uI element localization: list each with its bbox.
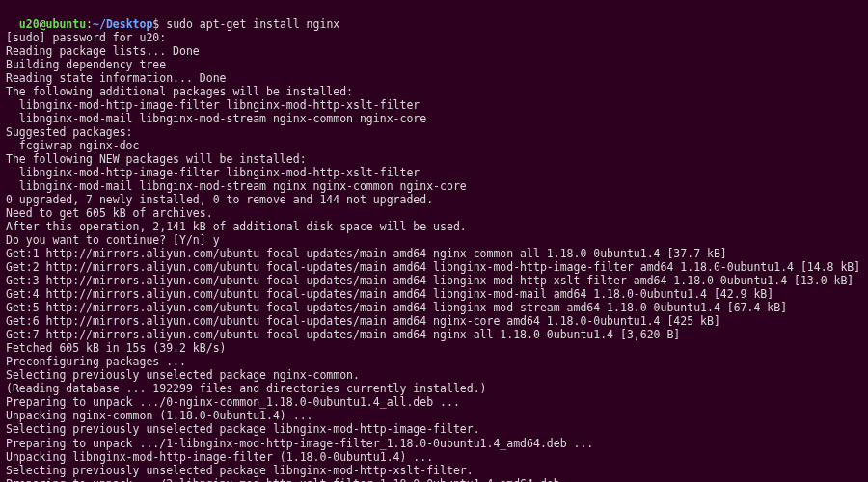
terminal-line: Do you want to continue? [Y/n] y — [6, 233, 862, 247]
terminal-line: Unpacking nginx-common (1.18.0-0ubuntu1.… — [6, 409, 862, 422]
terminal-line: Fetched 605 kB in 15s (39.2 kB/s) — [6, 341, 862, 355]
terminal-line: Reading package lists... Done — [6, 44, 862, 58]
terminal-line: Get:2 http://mirrors.aliyun.com/ubuntu f… — [6, 260, 862, 274]
terminal-line: [sudo] password for u20: — [6, 31, 862, 44]
terminal-line: Get:1 http://mirrors.aliyun.com/ubuntu f… — [6, 247, 862, 260]
terminal-line: fcgiwrap nginx-doc — [6, 139, 862, 152]
terminal-line: Building dependency tree — [6, 58, 862, 71]
terminal-line: Selecting previously unselected package … — [6, 464, 862, 477]
typed-command: sudo apt-get install nginx — [166, 17, 339, 31]
prompt-dollar: $ — [152, 17, 166, 31]
terminal-line: The following additional packages will b… — [6, 85, 862, 98]
terminal-line: libnginx-mod-http-image-filter libnginx-… — [6, 98, 862, 112]
terminal-line: Preparing to unpack .../1-libnginx-mod-h… — [6, 437, 862, 450]
terminal-line: Preconfiguring packages ... — [6, 355, 862, 368]
terminal-line: Selecting previously unselected package … — [6, 368, 862, 382]
prompt-colon: : — [86, 17, 93, 31]
terminal-line: After this operation, 2,141 kB of additi… — [6, 220, 862, 233]
terminal-line: libnginx-mod-mail libnginx-mod-stream ng… — [6, 112, 862, 125]
terminal-line: (Reading database ... 192299 files and d… — [6, 382, 862, 395]
terminal-line: libnginx-mod-mail libnginx-mod-stream ng… — [6, 179, 862, 193]
terminal-prompt-line[interactable]: u20@ubuntu:~/Desktop$ sudo apt-get insta… — [6, 4, 862, 31]
prompt-user-host: u20@ubuntu — [19, 17, 86, 31]
terminal-line: The following NEW packages will be insta… — [6, 152, 862, 166]
prompt-path: ~/Desktop — [93, 17, 152, 31]
terminal-line: libnginx-mod-http-image-filter libnginx-… — [6, 166, 862, 179]
terminal-line: Suggested packages: — [6, 125, 862, 139]
terminal-line: Need to get 605 kB of archives. — [6, 206, 862, 220]
terminal-line: Get:3 http://mirrors.aliyun.com/ubuntu f… — [6, 274, 862, 287]
terminal-line: Preparing to unpack .../0-nginx-common_1… — [6, 395, 862, 409]
terminal-output[interactable]: [sudo] password for u20:Reading package … — [6, 31, 862, 482]
terminal-line: Get:7 http://mirrors.aliyun.com/ubuntu f… — [6, 328, 862, 341]
terminal-line: Selecting previously unselected package … — [6, 422, 862, 436]
terminal-line: Unpacking libnginx-mod-http-image-filter… — [6, 450, 862, 464]
terminal-line: Preparing to unpack .../2-libnginx-mod-h… — [6, 477, 862, 482]
terminal-line: Get:6 http://mirrors.aliyun.com/ubuntu f… — [6, 314, 862, 328]
terminal-line: Reading state information... Done — [6, 71, 862, 85]
terminal-line: Get:5 http://mirrors.aliyun.com/ubuntu f… — [6, 301, 862, 314]
terminal-line: Get:4 http://mirrors.aliyun.com/ubuntu f… — [6, 287, 862, 301]
terminal-line: 0 upgraded, 7 newly installed, 0 to remo… — [6, 193, 862, 206]
